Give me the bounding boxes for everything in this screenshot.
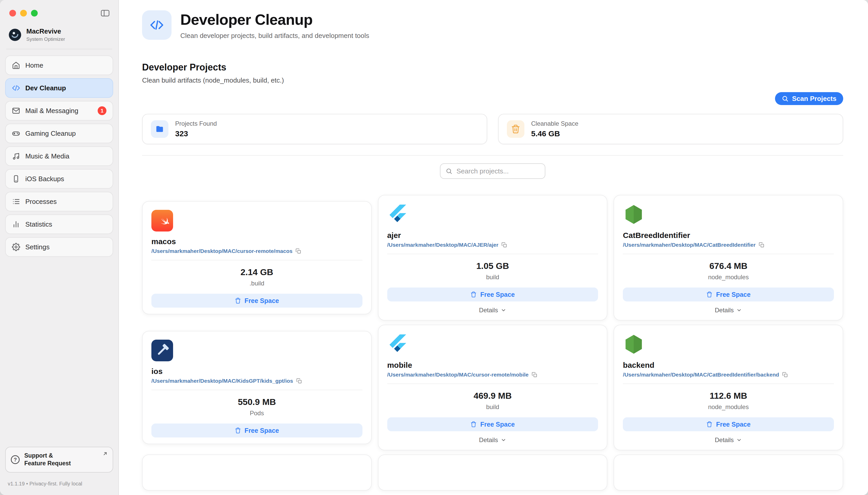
free-space-button[interactable]: Free Space: [151, 424, 362, 438]
project-path: /Users/markmaher/Desktop/MAC/cursor-remo…: [151, 248, 292, 254]
scan-row: Scan Projects: [142, 92, 843, 105]
project-name: macos: [151, 237, 362, 246]
folder-icon: [151, 120, 168, 138]
music-icon: [12, 152, 20, 160]
sidebar-toggle-icon[interactable]: [100, 8, 110, 18]
mail-badge: 1: [98, 106, 107, 115]
page-header: Developer Cleanup Clean developer projec…: [142, 10, 843, 40]
main-content: Developer Cleanup Clean developer projec…: [119, 0, 868, 495]
free-space-button[interactable]: Free Space: [623, 288, 834, 302]
free-space-button[interactable]: Free Space: [623, 417, 834, 431]
card-divider: [387, 254, 598, 254]
project-name: ajer: [387, 231, 598, 240]
dev-cleanup-icon: [142, 10, 171, 40]
stat-projects-found: Projects Found 323: [142, 114, 487, 144]
project-size: 1.05 GB: [387, 261, 598, 271]
copy-path-icon[interactable]: [759, 242, 765, 248]
project-size: 112.6 MB: [623, 391, 834, 401]
sidebar-item-statistics[interactable]: Statistics: [5, 215, 113, 234]
copy-path-icon[interactable]: [502, 242, 507, 248]
sidebar-item-processes[interactable]: Processes: [5, 192, 113, 211]
free-space-button[interactable]: Free Space: [387, 417, 598, 431]
project-artifact: build: [387, 404, 598, 411]
stat-value: 323: [175, 129, 217, 138]
details-toggle[interactable]: Details: [387, 307, 598, 314]
search-row: [142, 164, 843, 179]
details-label: Details: [479, 437, 498, 444]
support-label-line1: Support &: [24, 452, 71, 460]
traffic-lights: [9, 10, 38, 17]
nodejs-icon: [623, 334, 644, 355]
scan-projects-button[interactable]: Scan Projects: [775, 92, 843, 105]
copy-path-icon[interactable]: [296, 248, 301, 254]
sidebar-item-label: Music & Media: [25, 152, 107, 160]
project-path: /Users/markmaher/Desktop/MAC/AJER/ajer: [387, 242, 498, 248]
sidebar-item-mail-messaging[interactable]: Mail & Messaging 1: [5, 101, 113, 121]
copy-path-icon[interactable]: [296, 378, 302, 384]
gear-icon: [12, 243, 20, 251]
copy-path-icon[interactable]: [782, 372, 788, 378]
sidebar-item-home[interactable]: Home: [5, 55, 113, 75]
smartphone-icon: [12, 175, 20, 183]
sidebar-item-label: Gaming Cleanup: [25, 130, 107, 138]
section-title: Developer Projects: [142, 62, 843, 73]
project-card-catbreedidentifier: CatBreedIdentifier /Users/markmaher/Desk…: [613, 195, 843, 321]
free-space-button[interactable]: Free Space: [387, 288, 598, 302]
section-subtitle: Clean build artifacts (node_modules, bui…: [142, 76, 843, 84]
details-label: Details: [715, 307, 734, 314]
app-logo-icon: [8, 28, 22, 41]
stat-label: Cleanable Space: [531, 120, 578, 127]
zoom-button[interactable]: [31, 10, 38, 17]
minimize-button[interactable]: [20, 10, 27, 17]
search-input[interactable]: [457, 167, 540, 175]
app-window: MacRevive System Optimizer Home Dev Clea…: [0, 0, 868, 495]
search-box: [440, 164, 545, 179]
stat-value: 5.46 GB: [531, 129, 578, 138]
project-card-partial: [378, 455, 608, 491]
sidebar-item-dev-cleanup[interactable]: Dev Cleanup: [5, 78, 113, 98]
gamepad-icon: [12, 129, 20, 138]
project-card-mobile: mobile /Users/markmaher/Desktop/MAC/curs…: [378, 325, 608, 450]
app-name: MacRevive: [26, 27, 65, 35]
sidebar-item-ios-backups[interactable]: iOS Backups: [5, 169, 113, 189]
chevron-down-icon: [501, 307, 506, 313]
free-space-label: Free Space: [245, 427, 279, 434]
free-space-label: Free Space: [480, 421, 514, 428]
free-space-button[interactable]: Free Space: [151, 294, 362, 308]
project-card-partial: [613, 455, 843, 491]
project-path: /Users/markmaher/Desktop/MAC/KidsGPT/kid…: [151, 378, 293, 384]
project-card-backend: backend /Users/markmaher/Desktop/MAC/Cat…: [613, 325, 843, 450]
home-icon: [12, 61, 20, 69]
card-divider: [151, 390, 362, 390]
version-text: v1.1.19 • Privacy-first. Fully local: [8, 481, 113, 487]
flutter-icon: [387, 204, 409, 225]
close-button[interactable]: [9, 10, 16, 17]
stage: MacRevive System Optimizer Home Dev Clea…: [0, 0, 868, 495]
bar-chart-icon: [12, 220, 20, 228]
sidebar-item-music-media[interactable]: Music & Media: [5, 146, 113, 166]
chevron-down-icon: [736, 307, 742, 313]
trash-icon: [507, 120, 524, 138]
details-toggle[interactable]: Details: [623, 437, 834, 444]
sidebar-item-label: Statistics: [25, 220, 107, 228]
sidebar-item-label: Mail & Messaging: [25, 107, 93, 115]
help-icon: ?: [11, 455, 20, 464]
copy-path-icon[interactable]: [531, 372, 537, 378]
project-card-ios: ios /Users/markmaher/Desktop/MAC/KidsGPT…: [142, 331, 372, 444]
chevron-down-icon: [501, 437, 506, 443]
project-size: 676.4 MB: [623, 261, 834, 271]
support-label-line2: Feature Request: [24, 460, 71, 467]
details-toggle[interactable]: Details: [623, 307, 834, 314]
sidebar-item-settings[interactable]: Settings: [5, 237, 113, 257]
card-divider: [151, 260, 362, 260]
sidebar-item-gaming-cleanup[interactable]: Gaming Cleanup: [5, 124, 113, 143]
stats-row: Projects Found 323 Cleanable Space 5.46 …: [142, 114, 843, 144]
sidebar-menu: Home Dev Cleanup Mail & Messaging 1 Gami…: [5, 55, 113, 260]
project-name: ios: [151, 367, 362, 376]
details-toggle[interactable]: Details: [387, 437, 598, 444]
project-size: 2.14 GB: [151, 267, 362, 277]
xcode-icon: [151, 340, 173, 361]
support-button[interactable]: ? Support & Feature Request: [5, 447, 113, 473]
details-label: Details: [479, 307, 498, 314]
section-divider: [142, 155, 843, 156]
